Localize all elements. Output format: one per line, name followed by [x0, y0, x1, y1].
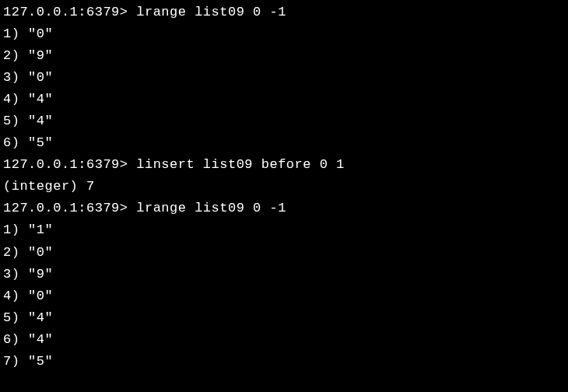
- command-input: lrange list09 0 -1: [136, 201, 286, 215]
- output-line: 6) "4": [3, 329, 565, 351]
- prompt: 127.0.0.1:6379>: [3, 5, 136, 19]
- output-line: 5) "4": [3, 110, 565, 132]
- output-line: 1) "0": [3, 23, 565, 45]
- output-line: 4) "0": [3, 285, 565, 307]
- command-line: 127.0.0.1:6379> linsert list09 before 0 …: [3, 154, 565, 176]
- command-line: 127.0.0.1:6379> lrange list09 0 -1: [3, 198, 565, 219]
- output-line: 2) "0": [3, 242, 565, 264]
- output-line: 2) "9": [3, 45, 565, 67]
- command-line: 127.0.0.1:6379> lrange list09 0 -1: [3, 2, 565, 23]
- terminal-window[interactable]: 127.0.0.1:6379> lrange list09 0 -1 1) "0…: [3, 2, 565, 373]
- prompt: 127.0.0.1:6379>: [3, 157, 136, 172]
- output-line: (integer) 7: [3, 176, 565, 198]
- output-line: 3) "9": [3, 264, 565, 285]
- command-input: linsert list09 before 0 1: [136, 157, 345, 172]
- output-line: 3) "0": [3, 67, 565, 89]
- output-line: 5) "4": [3, 307, 565, 329]
- prompt: 127.0.0.1:6379>: [3, 201, 136, 215]
- output-line: 1) "1": [3, 219, 565, 241]
- output-line: 6) "5": [3, 132, 565, 154]
- command-input: lrange list09 0 -1: [136, 5, 286, 19]
- output-line: 7) "5": [3, 351, 565, 373]
- output-line: 4) "4": [3, 89, 565, 110]
